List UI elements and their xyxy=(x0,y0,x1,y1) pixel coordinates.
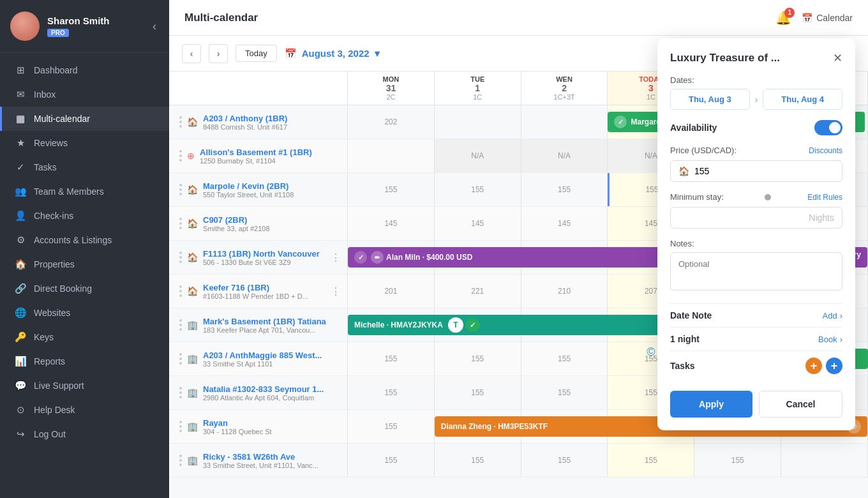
date-to-picker[interactable]: Thu, Aug 4 xyxy=(763,89,842,110)
availability-toggle[interactable] xyxy=(814,120,842,135)
sidebar-item-keys[interactable]: 🔑 Keys xyxy=(0,325,169,349)
calendar-view-button[interactable]: 📅 Calendar xyxy=(802,13,853,23)
discounts-link[interactable]: Discounts xyxy=(809,146,842,155)
drag-handle[interactable] xyxy=(179,184,182,195)
sidebar-item-reviews[interactable]: ★ Reviews xyxy=(0,131,169,155)
notes-textarea[interactable] xyxy=(670,252,842,290)
day-cell[interactable]: 155 xyxy=(521,173,608,206)
day-cell[interactable]: 155 xyxy=(521,444,608,477)
property-name[interactable]: Allison's Basement #1 (1BR) xyxy=(200,147,341,157)
day-cell[interactable]: 155 xyxy=(348,376,435,409)
property-name[interactable]: Rayan xyxy=(203,418,341,428)
booking-bar[interactable]: Michelle · HMAY2JKYKA T ✓ xyxy=(348,315,694,335)
prev-button[interactable]: ‹ xyxy=(182,44,201,63)
day-cell-blocked[interactable]: N/A xyxy=(435,139,521,172)
sidebar-item-multicalendar[interactable]: ▦ Multi-calendar xyxy=(0,107,169,131)
property-name[interactable]: A203 / AnthMaggie 885 West... xyxy=(203,351,341,360)
next-button[interactable]: › xyxy=(209,44,228,63)
more-options-icon[interactable]: ⋮ xyxy=(331,285,341,298)
sidebar-item-reports[interactable]: 📊 Reports xyxy=(0,349,169,374)
apply-button[interactable]: Apply xyxy=(670,391,752,418)
property-name[interactable]: C907 (2BR) xyxy=(203,215,341,225)
day-cell[interactable]: 155 xyxy=(435,376,521,409)
drag-handle[interactable] xyxy=(179,285,182,297)
notification-button[interactable]: 🔔 1 xyxy=(775,10,791,26)
day-cell[interactable]: 155 xyxy=(348,410,435,443)
day-cell[interactable] xyxy=(521,105,608,139)
sidebar-item-websites[interactable]: 🌐 Websites xyxy=(0,301,169,325)
min-stay-input[interactable]: Nights xyxy=(670,207,842,229)
drag-handle[interactable] xyxy=(179,116,182,128)
multicalendar-icon: ▦ xyxy=(15,113,26,124)
today-button[interactable]: Today xyxy=(236,45,277,62)
day-cell[interactable]: 221 xyxy=(435,275,521,308)
day-cell[interactable]: Michelle · HMAY2JKYKA T ✓ xyxy=(348,308,435,342)
sidebar-item-team[interactable]: 👥 Team & Members xyxy=(0,179,169,204)
sidebar-item-livesupport[interactable]: 💬 Live Support xyxy=(0,374,169,398)
drag-handle[interactable] xyxy=(179,421,182,432)
day-cell[interactable]: 145 xyxy=(521,207,608,240)
day-cell[interactable]: 155 xyxy=(435,173,521,206)
day-cell-today[interactable]: 155 xyxy=(608,444,694,477)
day-cell[interactable]: 155 xyxy=(694,444,781,477)
property-name[interactable]: Keefer 716 (1BR) xyxy=(203,283,326,292)
day-cell[interactable]: 155 xyxy=(348,444,435,477)
sidebar-item-properties[interactable]: 🏠 Properties xyxy=(0,252,169,276)
day-cell-blocked[interactable]: N/A xyxy=(521,139,608,172)
edit-rules-link[interactable]: Edit Rules xyxy=(807,193,842,202)
day-cell[interactable]: Dianna Zheng · HM3PE53KTF © xyxy=(435,410,521,443)
drag-handle[interactable] xyxy=(179,353,182,365)
add-task-blue-button[interactable]: + xyxy=(826,358,842,374)
drag-handle[interactable] xyxy=(179,218,182,229)
day-cell[interactable]: 201 xyxy=(348,275,435,308)
drag-handle[interactable] xyxy=(179,319,182,331)
day-cell[interactable]: 155 xyxy=(348,173,435,206)
day-cell[interactable]: 155 xyxy=(435,444,521,477)
day-cell[interactable] xyxy=(348,139,435,172)
sidebar-item-dashboard[interactable]: ⊞ Dashboard xyxy=(0,58,169,82)
day-cell[interactable]: 145 xyxy=(435,207,521,240)
day-cell[interactable]: 155 xyxy=(348,342,435,375)
property-details: Keefer 716 (1BR) #1603-1188 W Pender 1BD… xyxy=(203,283,326,300)
day-cell[interactable]: 145 xyxy=(348,207,435,240)
sidebar-item-inbox[interactable]: ✉ Inbox xyxy=(0,82,169,107)
day-cell[interactable]: 155 xyxy=(521,342,608,375)
cancel-button[interactable]: Cancel xyxy=(759,391,842,418)
property-name[interactable]: Natalia #1302-833 Seymour 1... xyxy=(203,384,341,394)
add-date-note-button[interactable]: Add › xyxy=(823,311,842,321)
sidebar-item-checkins[interactable]: 👤 Check-ins xyxy=(0,204,169,228)
book-button[interactable]: Book › xyxy=(818,335,842,344)
collapse-sidebar-button[interactable]: ‹ xyxy=(150,17,159,36)
sidebar-item-tasks[interactable]: ✓ Tasks xyxy=(0,155,169,179)
day-cell[interactable]: 155 xyxy=(521,376,608,409)
sidebar-item-helpdesk[interactable]: ⊙ Help Desk xyxy=(0,398,169,422)
property-name[interactable]: F1113 (1BR) North Vancouver xyxy=(203,249,326,259)
add-task-orange-button[interactable]: + xyxy=(805,358,822,374)
day-cell[interactable]: 202 xyxy=(348,105,435,139)
day-cell[interactable] xyxy=(781,444,868,477)
property-name[interactable]: Mark's Basement (1BR) Tatiana xyxy=(203,317,341,326)
property-name[interactable]: Ricky - 3581 W26th Ave xyxy=(203,452,341,462)
drag-handle[interactable] xyxy=(179,387,182,398)
date-selector[interactable]: 📅 August 3, 2022 ▾ xyxy=(285,48,380,59)
day-cell[interactable] xyxy=(435,105,521,139)
sidebar-item-directbooking[interactable]: 🔗 Direct Booking xyxy=(0,276,169,301)
drag-handle[interactable] xyxy=(179,455,182,466)
close-panel-button[interactable]: ✕ xyxy=(833,51,842,65)
date-note-label: Date Note xyxy=(670,310,712,321)
more-options-icon[interactable]: ⋮ xyxy=(331,252,341,264)
reports-icon: 📊 xyxy=(15,356,26,367)
day-cell[interactable]: 210 xyxy=(521,275,608,308)
drag-handle[interactable] xyxy=(179,252,182,263)
drag-handle[interactable] xyxy=(179,150,182,162)
sidebar-item-accounts[interactable]: ⚙ Accounts & Listings xyxy=(0,228,169,252)
date-from-picker[interactable]: Thu, Aug 3 xyxy=(670,89,750,110)
property-name[interactable]: Marpole / Kevin (2BR) xyxy=(203,181,341,191)
calendar-label: Calendar xyxy=(816,13,853,23)
sidebar-item-label: Help Desk xyxy=(34,405,75,415)
day-cell[interactable]: ✓ ✏ Alan Miln · $400.00 USD 👤 🔊 Marry xyxy=(348,241,435,274)
price-input[interactable]: 🏠 155 xyxy=(670,160,842,182)
day-cell[interactable]: 155 xyxy=(435,342,521,375)
sidebar-item-logout[interactable]: ↪ Log Out xyxy=(0,422,169,446)
property-name[interactable]: A203 / Anthony (1BR) xyxy=(203,114,341,123)
